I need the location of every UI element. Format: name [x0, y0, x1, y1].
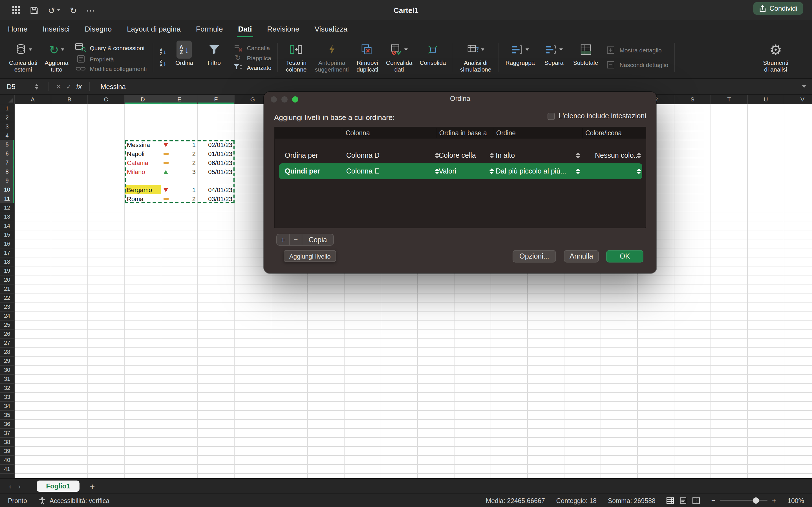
cell-E7[interactable]: 2 [161, 158, 198, 167]
ordina-in-base-a-dropdown-stepper[interactable] [488, 151, 495, 160]
row-header-12[interactable]: 12 [0, 203, 14, 212]
row-header-29[interactable]: 29 [0, 356, 14, 365]
row-header-36[interactable]: 36 [0, 420, 14, 429]
ordina-button[interactable]: AZ↓Ordina [170, 40, 199, 75]
column-header-S[interactable]: S [674, 95, 711, 104]
save-icon[interactable] [30, 6, 38, 14]
raggruppa-button[interactable]: Raggruppa [503, 40, 538, 75]
header-checkbox[interactable] [547, 112, 555, 120]
row-header-32[interactable]: 32 [0, 384, 14, 393]
row-header-20[interactable]: 20 [0, 276, 14, 284]
row-header-41[interactable]: 41 [0, 465, 14, 474]
cancel-entry-icon[interactable]: ✕ [54, 82, 64, 91]
row-header-40[interactable]: 40 [0, 456, 14, 465]
row-header-37[interactable]: 37 [0, 429, 14, 438]
row-header-30[interactable]: 30 [0, 365, 14, 375]
cell-D7[interactable]: Catania [124, 158, 161, 167]
row-header-27[interactable]: 27 [0, 339, 14, 348]
row-header-2[interactable]: 2 [0, 113, 14, 122]
row-header-38[interactable]: 38 [0, 438, 14, 447]
ordine-dropdown-stepper[interactable] [574, 167, 581, 175]
row-header-28[interactable]: 28 [0, 348, 14, 356]
view-layout-icon[interactable] [680, 497, 687, 504]
cell-D8[interactable]: Milano [124, 167, 161, 176]
view-normal-icon[interactable] [667, 497, 674, 504]
zoom-out-icon[interactable]: − [711, 496, 716, 505]
colore-icona-dropdown-stepper[interactable] [635, 167, 642, 175]
add-level-button[interactable]: + [277, 234, 290, 245]
formula-bar-expand-icon[interactable] [802, 85, 806, 88]
row-header-39[interactable]: 39 [0, 447, 14, 456]
cell-F6[interactable]: 01/01/23 [198, 149, 235, 158]
tab-layout-di-pagina[interactable]: Layout di pagina [127, 20, 181, 37]
tab-inserisci[interactable]: Inserisci [43, 20, 69, 37]
tab-home[interactable]: Home [8, 20, 28, 37]
testo-in-colonne-button[interactable]: Testo incolonne [282, 40, 310, 75]
copy-level-button[interactable]: Copia [302, 234, 333, 245]
cell-F10[interactable]: 04/01/23 [198, 185, 235, 194]
row-header-14[interactable]: 14 [0, 221, 14, 230]
separa-button[interactable]: Separa [539, 40, 569, 75]
row-header-23[interactable]: 23 [0, 302, 14, 312]
cell-F11[interactable]: 03/01/23 [198, 194, 235, 203]
cell-E8[interactable]: 3 [161, 167, 198, 176]
row-header-17[interactable]: 17 [0, 248, 14, 258]
column-header-T[interactable]: T [711, 95, 748, 104]
name-box[interactable]: D5 [0, 79, 35, 94]
row-header-34[interactable]: 34 [0, 402, 14, 411]
row-header-11[interactable]: 11 [0, 194, 14, 203]
column-header-D[interactable]: D [124, 95, 161, 104]
consolida-button[interactable]: Consolida [417, 40, 449, 75]
query-connessioni-button[interactable]: Query & connessioni [75, 43, 147, 52]
accessibility-status[interactable]: Accessibilità: verifica [38, 497, 109, 504]
tab-revisione[interactable]: Revisione [267, 20, 299, 37]
colore-icona-dropdown-stepper[interactable] [635, 151, 642, 160]
share-button[interactable]: Condividi [753, 2, 803, 15]
row-header-19[interactable]: 19 [0, 267, 14, 276]
row-header-3[interactable]: 3 [0, 122, 14, 131]
row-header-6[interactable]: 6 [0, 149, 14, 158]
row-header-15[interactable]: 15 [0, 230, 14, 239]
add-sheet-icon[interactable]: + [90, 482, 95, 491]
column-header-A[interactable]: A [15, 95, 51, 104]
ok-button[interactable]: OK [606, 250, 644, 263]
sheet-tab-foglio1[interactable]: Foglio1 [36, 481, 80, 492]
insert-function-icon[interactable]: fx [74, 82, 84, 91]
cell-D6[interactable]: Napoli [124, 149, 161, 158]
next-sheet-icon[interactable]: › [15, 482, 24, 490]
avanzato-button[interactable]: Avanzato [232, 64, 271, 71]
tab-dati[interactable]: Dati [238, 20, 252, 37]
cell-E11[interactable]: 2 [161, 194, 198, 203]
more-icon[interactable]: ⋯ [86, 6, 95, 14]
sort-za-button[interactable]: ZA↓ [158, 59, 167, 67]
cell-F7[interactable]: 06/01/23 [198, 158, 235, 167]
ordine-dropdown-stepper[interactable] [574, 151, 581, 160]
row-header-35[interactable]: 35 [0, 411, 14, 420]
column-header-E[interactable]: E [161, 95, 198, 104]
confirm-entry-icon[interactable]: ✓ [64, 82, 74, 91]
cancel-button[interactable]: Annulla [564, 250, 599, 263]
subtotale-button[interactable]: Subtotale [570, 40, 601, 75]
zoom-slider-thumb[interactable] [753, 497, 759, 504]
remove-level-button[interactable]: − [290, 234, 302, 245]
cell-F8[interactable]: 05/01/23 [198, 167, 235, 176]
sort-level-row-1[interactable]: Ordina perColonna DColore cellaIn altoNe… [279, 148, 642, 163]
zoom-slider[interactable] [720, 500, 767, 501]
row-header-7[interactable]: 7 [0, 158, 14, 167]
row-header-18[interactable]: 18 [0, 258, 14, 267]
filtro-button[interactable]: Filtro [200, 40, 229, 75]
name-box-stepper[interactable] [35, 83, 38, 89]
row-header-33[interactable]: 33 [0, 393, 14, 402]
column-header-U[interactable]: U [748, 95, 784, 104]
row-header-10[interactable]: 10 [0, 185, 14, 194]
row-header-21[interactable]: 21 [0, 284, 14, 293]
ordina-in-base-a-dropdown-stepper[interactable] [488, 167, 495, 175]
redo-icon[interactable]: ↻ [70, 6, 77, 14]
prev-sheet-icon[interactable]: ‹ [6, 482, 15, 490]
view-pagebreak-icon[interactable] [693, 497, 700, 504]
options-button[interactable]: Opzioni... [513, 250, 556, 263]
analisi-simulazione-button[interactable]: Analisi disimulazione [457, 40, 494, 75]
carica-dati-esterni-button[interactable]: Carica datiesterni [6, 40, 40, 75]
zoom-in-icon[interactable]: + [772, 496, 776, 505]
row-header-1[interactable]: 1 [0, 104, 14, 113]
